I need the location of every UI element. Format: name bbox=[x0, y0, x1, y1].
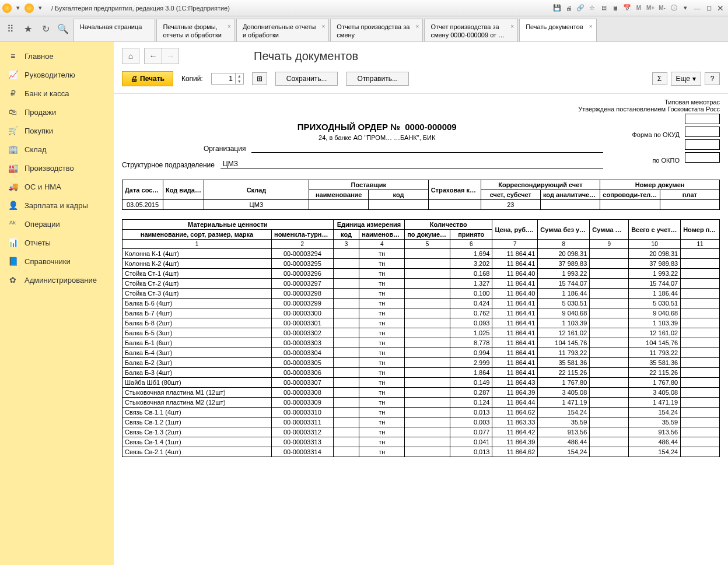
favorites-icon[interactable]: ★ bbox=[22, 23, 34, 35]
table-row: Стойка Ст-1 (4шт)00-00003296тн0,16811 86… bbox=[123, 269, 720, 279]
table-row: Связь Св-2.1 (4шт)00-00003314тн0,01311 8… bbox=[123, 447, 720, 457]
sidebar-label: Главное bbox=[24, 52, 54, 61]
sidebar-item-2[interactable]: ₽Банк и касса bbox=[0, 84, 114, 103]
ih-passport: Номер паспорта bbox=[681, 220, 720, 240]
dropdown-icon-2[interactable]: ▾ bbox=[35, 3, 46, 13]
app-icon bbox=[2, 3, 12, 13]
save-icon[interactable]: 💾 bbox=[552, 3, 562, 13]
tab-2[interactable]: Дополнительные отчеты и обработки× bbox=[236, 19, 329, 41]
sidebar-item-7[interactable]: 🚚ОС и НМА bbox=[0, 177, 114, 196]
info-icon[interactable]: ⓘ bbox=[668, 3, 679, 13]
close-icon[interactable]: ✕ bbox=[715, 3, 726, 13]
grid-icon[interactable]: ⊞ bbox=[598, 3, 609, 13]
link-icon[interactable]: 🔗 bbox=[575, 3, 586, 13]
maximize-icon[interactable]: ◻ bbox=[704, 3, 714, 13]
save-button[interactable]: Сохранить... bbox=[275, 72, 338, 86]
copies-spinner[interactable]: ▲ ▼ bbox=[211, 73, 244, 85]
tab-close-icon[interactable]: × bbox=[416, 23, 419, 31]
help-button[interactable]: ? bbox=[705, 72, 720, 85]
table-row: Связь Св-1.2 (1шт)00-00003311тн0,00311 8… bbox=[123, 417, 720, 427]
m-minus-button[interactable]: M- bbox=[657, 3, 667, 13]
tab-5[interactable]: Печать документов× bbox=[519, 19, 597, 41]
tab-close-icon[interactable]: × bbox=[228, 23, 231, 31]
page-title: Печать документов bbox=[254, 50, 358, 63]
ih-sumnovat: Сумма без учета НДС, руб. коп. bbox=[538, 220, 590, 240]
document-area[interactable]: Типовая межотрас Утверждена постановлени… bbox=[114, 93, 728, 565]
hdr-date: Дата состав-ления bbox=[123, 180, 163, 200]
sidebar-label: Администрирование bbox=[24, 276, 97, 285]
table-row: Связь Св-1.1 (4шт)00-00003310тн0,01311 8… bbox=[123, 408, 720, 417]
tab-0[interactable]: Начальная страница bbox=[74, 19, 155, 41]
sidebar-icon: ≡ bbox=[8, 51, 18, 61]
hdr-sop: сопроводи-тельного bbox=[600, 190, 660, 200]
minimize-icon[interactable]: — bbox=[692, 3, 702, 13]
tab-close-icon[interactable]: × bbox=[589, 23, 593, 31]
sidebar-item-8[interactable]: 👤Зарплата и кадры bbox=[0, 196, 114, 215]
ih-sumvat: Сумма НДС, руб. коп. bbox=[590, 220, 629, 240]
print-icon[interactable]: 🖨 bbox=[564, 3, 574, 13]
star-icon[interactable]: ☆ bbox=[587, 3, 597, 13]
sidebar-item-5[interactable]: 🏢Склад bbox=[0, 140, 114, 159]
hdr-acc: счет, субсчет bbox=[481, 190, 540, 200]
content-area: ⌂ ← → Печать документов 🖨 Печать Копий: … bbox=[114, 42, 728, 565]
search-icon[interactable]: 🔍 bbox=[57, 23, 69, 35]
m-plus-button[interactable]: M+ bbox=[645, 3, 656, 13]
sidebar-icon: ✿ bbox=[8, 275, 18, 285]
ih-mat: Материальные ценности bbox=[123, 220, 334, 230]
sidebar-item-9[interactable]: ᴬᵏОперации bbox=[0, 215, 114, 233]
okud-label: Форма по ОКУД bbox=[632, 131, 680, 138]
sidebar-item-10[interactable]: 📊Отчеты bbox=[0, 233, 114, 252]
sidebar-item-1[interactable]: 📈Руководителю bbox=[0, 65, 114, 84]
hdr-corracc: Корреспондирующий счет bbox=[481, 180, 600, 190]
table-row: Балка Б-2 (3шт)00-00003305тн2,99911 864,… bbox=[123, 358, 720, 368]
send-button[interactable]: Отправить... bbox=[346, 72, 409, 86]
sidebar-item-0[interactable]: ≡Главное bbox=[0, 47, 114, 65]
table-row: Колонна К-1 (4шт)00-00003294тн1,69411 86… bbox=[123, 249, 720, 259]
sidebar-label: Отчеты bbox=[24, 238, 51, 247]
table-row: Колонна К-2 (4шт)00-00003295тн3,20211 86… bbox=[123, 259, 720, 269]
m-button[interactable]: M bbox=[634, 3, 644, 13]
copies-input[interactable] bbox=[212, 73, 235, 84]
sidebar-label: Операции bbox=[24, 220, 60, 229]
subdiv-label: Структурное подразделение bbox=[122, 161, 220, 169]
sidebar-label: Руководителю bbox=[24, 71, 75, 79]
dropdown-icon-3[interactable]: ▾ bbox=[680, 3, 691, 13]
tab-1[interactable]: Печатные формы, отчеты и обработки× bbox=[156, 19, 235, 41]
home-button[interactable]: ⌂ bbox=[122, 48, 139, 64]
back-button[interactable]: ← bbox=[144, 48, 162, 64]
more-button[interactable]: Еще ▾ bbox=[671, 72, 701, 86]
subdiv-value: ЦМЗ bbox=[220, 160, 603, 169]
template-button[interactable]: ⊞ bbox=[252, 72, 267, 85]
spin-down-icon[interactable]: ▼ bbox=[236, 79, 243, 84]
tab-close-icon[interactable]: × bbox=[510, 23, 514, 31]
sidebar-item-11[interactable]: 📘Справочники bbox=[0, 252, 114, 271]
sidebar-item-12[interactable]: ✿Администрирование bbox=[0, 271, 114, 289]
spin-up-icon[interactable]: ▲ bbox=[236, 73, 243, 79]
table-row: Балка Б-5 (3шт)00-00003302тн1,02511 864,… bbox=[123, 328, 720, 338]
toolbar: 🖨 Печать Копий: ▲ ▼ ⊞ Сохранить... Отпра… bbox=[114, 64, 728, 93]
history-icon[interactable]: ↻ bbox=[40, 23, 51, 35]
sum-button[interactable]: Σ bbox=[652, 72, 667, 85]
bank-fragment: 24, в банке АО "ПРОМ… …БАНК", БИК bbox=[122, 134, 720, 141]
ih-unit: Единица измерения bbox=[333, 220, 404, 230]
window-titlebar: ▾ ▾ / Бухгалтерия предприятия, редакция … bbox=[0, 0, 728, 16]
hdr-plat: плат bbox=[660, 190, 719, 200]
tab-3[interactable]: Отчеты производства за смену× bbox=[330, 19, 423, 41]
apps-icon[interactable]: ⠿ bbox=[5, 23, 16, 35]
sidebar: ≡Главное📈Руководителю₽Банк и касса🛍Прода… bbox=[0, 42, 114, 565]
sidebar-item-6[interactable]: 🏭Производство bbox=[0, 159, 114, 177]
dropdown-icon[interactable]: ▾ bbox=[13, 3, 23, 13]
sidebar-item-3[interactable]: 🛍Продажи bbox=[0, 103, 114, 121]
tab-close-icon[interactable]: × bbox=[322, 23, 326, 31]
calendar-icon[interactable]: 📅 bbox=[622, 3, 632, 13]
ih-price: Цена, руб. коп. bbox=[492, 220, 538, 240]
sidebar-item-4[interactable]: 🛒Покупки bbox=[0, 121, 114, 140]
calc-icon[interactable]: 🖩 bbox=[610, 3, 621, 13]
sidebar-icon: 🏢 bbox=[8, 145, 18, 154]
val-warehouse: ЦМЗ bbox=[204, 200, 309, 210]
print-button[interactable]: 🖨 Печать bbox=[122, 71, 173, 86]
sidebar-label: Зарплата и кадры bbox=[24, 201, 88, 210]
tab-4[interactable]: Отчет производства за смену 0000-000009 … bbox=[424, 19, 518, 41]
sidebar-label: Склад bbox=[24, 145, 47, 154]
hdr-supplier-name: наименование bbox=[309, 190, 369, 200]
